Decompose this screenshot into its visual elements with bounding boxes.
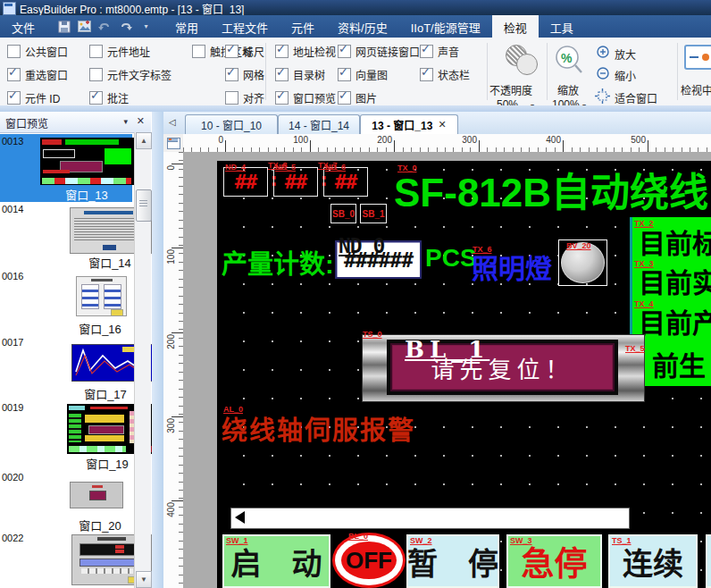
easybuilder-window: EasyBuilder Pro : mt8000.emtp - [13 - 窗口… xyxy=(0,0,711,588)
set-bit-sb1[interactable]: SB_1 xyxy=(360,204,387,223)
window-preview-item-19[interactable]: 0019 窗口_19 xyxy=(0,400,132,470)
checkbox-align[interactable]: 对齐 xyxy=(225,91,264,105)
element-id-label: TS_1 xyxy=(612,537,632,545)
checkbox-directory-tree[interactable]: ✓目录树 xyxy=(275,68,325,81)
checkbox-picture[interactable]: ✓图片 xyxy=(338,91,377,105)
panel-title: 窗口预览 xyxy=(5,115,48,130)
hmi-window-13-canvas[interactable]: ## : ## : ## ND_4 TX_8 ND_5 TX_7 ND_6 SB… xyxy=(217,161,711,588)
element-id-label: BL_1 xyxy=(405,346,489,354)
scrollbar-thumb[interactable] xyxy=(136,189,152,222)
element-id-label: TX_0 xyxy=(397,164,417,172)
element-id-label: TS_0 xyxy=(363,331,382,339)
element-id-label: TX_3 xyxy=(634,260,654,268)
editor-canvas-area: ## : ## : ## ND_4 TX_8 ND_5 TX_7 ND_6 SB… xyxy=(183,152,711,588)
ruler-corner-button[interactable] xyxy=(163,134,184,153)
window-preview-panel: 窗口预览 ▾ ✕ 0013 窗口_13 0014 xyxy=(0,112,152,588)
menu-tab-file[interactable]: 文件 xyxy=(0,15,46,38)
sidebar-scrollbar[interactable]: ▲ ▼ xyxy=(134,132,151,588)
checkbox-address-view[interactable]: ✓地址检视 xyxy=(275,45,336,58)
panel-close-icon[interactable]: ✕ xyxy=(137,115,145,127)
fit-window-icon xyxy=(595,88,610,104)
horizontal-ruler: 0 100 200 300 400 500 xyxy=(183,134,711,153)
window-title: EasyBuilder Pro : mt8000.emtp - [13 - 窗口… xyxy=(20,1,244,16)
menu-tab-object[interactable]: 元件 xyxy=(280,15,326,38)
clipped-button-edge[interactable] xyxy=(706,534,711,588)
checkbox-status-bar[interactable]: ✓状态栏 xyxy=(420,68,470,81)
redo-icon[interactable] xyxy=(119,20,132,33)
menu-tab-home[interactable]: 常用 xyxy=(163,15,210,38)
scrollbar-down-icon[interactable]: ▼ xyxy=(136,571,152,588)
element-id-label: ND_6 xyxy=(325,164,346,172)
message-display-screen[interactable]: 请先复位！ BL_1 xyxy=(390,343,615,391)
element-id-label: SW_1 xyxy=(226,537,248,545)
tab-window-13[interactable]: 13 - 窗口_13 ✕ xyxy=(360,114,458,134)
window-preview-item-22[interactable]: 0022 窗口_22 xyxy=(0,531,132,588)
checkbox-vector-graphics[interactable]: ✓向量图 xyxy=(338,68,388,81)
title-bar: EasyBuilder Pro : mt8000.emtp - [13 - 窗口… xyxy=(0,0,711,15)
continuous-button[interactable]: 连续 TS_1 xyxy=(608,534,698,588)
panel-dropdown-icon[interactable]: ▾ xyxy=(123,117,128,126)
window-13-thumbnail xyxy=(40,138,134,185)
checkbox-annotation[interactable]: ✓批注 xyxy=(89,91,129,105)
production-count-display[interactable]: ###### ND_0 xyxy=(335,240,422,279)
tab-scroll-left-icon[interactable]: ◁ xyxy=(169,117,176,127)
vertical-ruler: 0 100 200 300 400 xyxy=(163,152,184,588)
pause-button[interactable]: 暂 停 SW_2 xyxy=(406,534,499,588)
menu-bar: 文件 ▾ 常用 工程文件 元件 资料/历史 IIoT/能源管理 检视 工具 xyxy=(0,15,711,38)
quick-access-toolbar: ▾ xyxy=(46,15,163,38)
set-bit-sb0[interactable]: SB_0 xyxy=(330,204,356,223)
servo-alarm-text[interactable]: 绕线轴伺服报警 xyxy=(222,409,415,447)
checkbox-reselect-window[interactable]: ✓重选窗口 xyxy=(7,68,68,81)
zoom-percent-icon: % xyxy=(554,45,584,77)
checkbox-grid[interactable]: ✓网格 xyxy=(225,68,264,81)
menu-tab-tool[interactable]: 工具 xyxy=(539,15,585,38)
undo-icon[interactable] xyxy=(98,20,112,33)
quick-access-dropdown-icon[interactable]: ▾ xyxy=(139,20,153,33)
window-properties-icon xyxy=(167,138,180,149)
off-lamp-button[interactable]: OFF BL_0 xyxy=(332,533,406,588)
checkbox-window-preview[interactable]: ✓窗口预览 xyxy=(275,91,336,105)
save-icon[interactable] xyxy=(57,20,71,33)
zoom-out-icon xyxy=(597,67,610,80)
off-lamp-ring: OFF xyxy=(335,535,403,585)
hmi-title-text[interactable]: SF-812B自动绕线 xyxy=(394,161,711,218)
pcs-unit-label[interactable]: PCS xyxy=(425,244,477,273)
checkbox-web-link-window[interactable]: ✓网页链接窗口 xyxy=(338,45,420,58)
off-lamp-face: OFF xyxy=(341,542,397,579)
element-id-label: ND_5 xyxy=(275,164,296,172)
tab-close-icon[interactable]: ✕ xyxy=(438,119,446,130)
checkbox-element-address[interactable]: 元件地址 xyxy=(89,45,150,58)
checkbox-element-text-label[interactable]: 元件文字标签 xyxy=(89,68,171,81)
scrollbar-up-icon[interactable]: ▲ xyxy=(136,132,152,149)
element-id-label: BL_0 xyxy=(348,533,368,541)
window-preview-header: 窗口预览 ▾ ✕ xyxy=(0,112,151,133)
window-preview-item-17[interactable]: 0017 窗口_17 xyxy=(0,335,132,400)
checkbox-element-id[interactable]: ✓元件 ID xyxy=(7,91,60,105)
svg-text:%: % xyxy=(561,51,573,65)
lamp-indicator[interactable]: BV_20 xyxy=(558,239,607,286)
window-preview-item-14[interactable]: 0014 窗口_14 xyxy=(0,202,132,269)
element-id-label: SW_2 xyxy=(410,537,432,545)
tab-window-10[interactable]: 10 - 窗口_10 xyxy=(185,114,278,134)
production-count-label[interactable]: 产量计数: xyxy=(222,243,334,281)
scroll-left-icon[interactable] xyxy=(235,511,245,524)
panel-splitter[interactable] xyxy=(152,112,163,588)
start-button[interactable]: 启 动 SW_1 xyxy=(222,534,330,588)
element-id-label: AL_0 xyxy=(223,406,243,414)
checkbox-sound[interactable]: ✓声音 xyxy=(420,45,459,58)
menu-tab-project[interactable]: 工程文件 xyxy=(210,15,280,38)
export-image-icon[interactable] xyxy=(78,20,91,33)
alarm-scrollbar[interactable] xyxy=(230,508,630,529)
menu-tab-view[interactable]: 检视 xyxy=(492,15,539,38)
window-preview-item-20[interactable]: 0020 窗口_20 xyxy=(0,470,132,531)
menu-tab-data-history[interactable]: 资料/历史 xyxy=(326,15,399,38)
window-preview-item-16[interactable]: 0016 窗口_16 xyxy=(0,269,132,335)
window-16-thumbnail xyxy=(76,276,127,316)
tab-window-14[interactable]: 14 - 窗口_14 xyxy=(278,114,360,134)
menu-tab-iiot-energy[interactable]: IIoT/能源管理 xyxy=(399,15,492,38)
message-display-bezel[interactable]: 请先复位！ BL_1 xyxy=(362,334,645,402)
emergency-stop-button[interactable]: 急停 SW_3 xyxy=(506,534,602,588)
checkbox-common-window[interactable]: 公共窗口 xyxy=(7,45,68,58)
checkbox-ruler[interactable]: ✓标尺 xyxy=(225,45,264,58)
window-preview-item-13[interactable]: 0013 窗口_13 xyxy=(0,134,132,202)
